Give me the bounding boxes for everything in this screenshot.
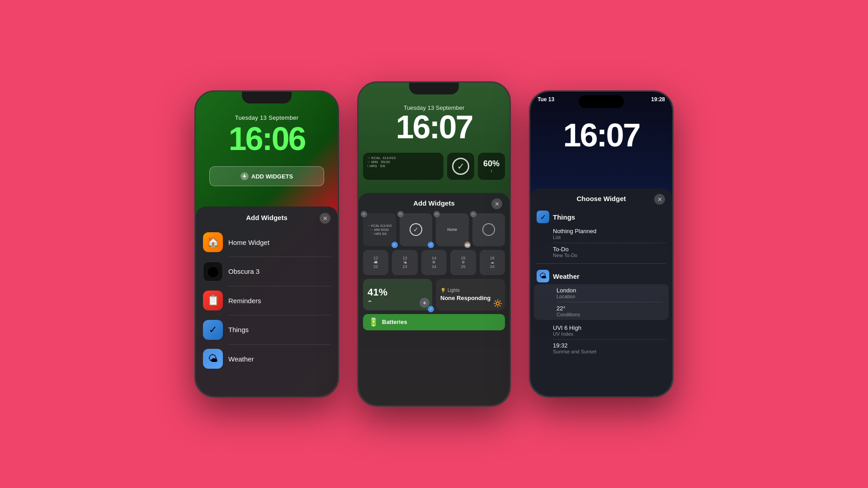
things-todo[interactable]: To-Do New To-Do	[530, 243, 672, 261]
list-item[interactable]: 📋 Reminders	[196, 286, 338, 315]
app-name-reminders: Reminders	[228, 297, 261, 305]
nothing-planned-label: Nothing Planned	[553, 228, 666, 235]
check-badge-3: ✓	[428, 306, 434, 312]
lights-label: 💡 Lights	[440, 288, 500, 293]
check-badge: ✓	[392, 242, 398, 248]
percent-grid-widget[interactable]: 41% ☁ + ✓	[363, 279, 432, 310]
phone2-time: 16:07	[359, 111, 509, 143]
list-item[interactable]: 🌤 Weather	[196, 344, 338, 373]
plus-add-icon[interactable]: +	[420, 298, 429, 308]
reminders-icon: 📋	[203, 291, 223, 310]
minus-badge-3: −	[434, 211, 440, 217]
things-section-header: ✓ Things	[530, 207, 672, 225]
choose-panel-header: Choose Widget ✕	[530, 195, 672, 202]
grid-circle-widget[interactable]: − None 📅	[436, 213, 469, 246]
percent-widget: 60% ↑	[478, 153, 505, 180]
status-time: 19:28	[651, 96, 665, 103]
weather-selected-group: London Location 22° Conditions	[534, 284, 669, 320]
todo-label: To-Do	[553, 246, 666, 253]
sunrise-desc: Sunrise and Sunset	[553, 349, 666, 354]
add-widgets-button[interactable]: + ADD WIDGETS	[209, 166, 324, 186]
phone2-widgets-row: → KCAL 411/410 → MIN 50/30 ↑ HRS 5/6 ✓ 6…	[363, 153, 505, 180]
arrow-icon: ↑	[491, 169, 493, 174]
batteries-bar[interactable]: 🔋 Batteries	[363, 314, 505, 330]
uvi-label: UVI 6 High	[553, 324, 666, 331]
things-icon: ✓	[203, 320, 223, 340]
close-button-3[interactable]: ✕	[654, 194, 665, 205]
app-name-things: Things	[228, 326, 249, 333]
add-widgets-panel-2: Add Widgets ✕ − → KCAL 411/410→ MIN 50/3…	[359, 193, 509, 405]
phone3-time: 16:07	[530, 119, 672, 151]
london-desc: Location	[557, 294, 662, 299]
section-divider	[537, 263, 666, 264]
panel-title-2: Add Widgets	[413, 199, 455, 207]
home-widget-icon: 🏠	[203, 232, 223, 252]
add-widgets-panel: Add Widgets ✕ 🏠 Home Widget ⬤ Obscura 3 …	[196, 206, 338, 396]
app-name-weather: Weather	[228, 355, 254, 363]
check-widget: ✓	[447, 153, 474, 180]
choose-panel-title: Choose Widget	[576, 195, 626, 202]
grid-cal-25[interactable]: 15 ⚙ 25	[450, 250, 476, 275]
obscura-icon: ⬤	[203, 262, 223, 282]
minus-badge: −	[361, 211, 367, 217]
check-badge-2: ✓	[428, 242, 434, 248]
panel-header-2: Add Widgets ✕	[359, 199, 509, 207]
lights-status: None Responding	[440, 295, 500, 301]
choose-widget-panel: Choose Widget ✕ ✓ Things Nothing Planned…	[530, 188, 672, 396]
things-section-icon: ✓	[537, 211, 549, 223]
minus-badge-4: −	[470, 211, 476, 217]
close-button[interactable]: ✕	[320, 213, 330, 224]
notch-1	[242, 92, 292, 103]
weather-conditions[interactable]: 22° Conditions	[534, 302, 669, 320]
grid-cal-26[interactable]: 16 ☁ 24	[480, 250, 505, 275]
conditions-label: 22°	[557, 305, 662, 312]
weather-app-icon: 🌤	[203, 349, 223, 369]
minus-badge-2: −	[397, 211, 404, 217]
batteries-label: Batteries	[382, 319, 407, 325]
status-date: Tue 13	[538, 96, 554, 103]
things-section-label: Things	[553, 213, 575, 221]
weather-section-icon: 🌤	[537, 270, 549, 282]
grid-check-widget[interactable]: − ✓ ✓	[400, 213, 433, 246]
app-name-obscura: Obscura 3	[228, 267, 259, 275]
phone-3: Tue 13 ⛅ 19:28 16:07 Choose Widget ✕ ✓ T…	[529, 90, 674, 398]
phone1-date: Tuesday 13 September	[196, 114, 338, 121]
dynamic-island	[579, 95, 624, 108]
plus-icon: +	[241, 172, 249, 180]
notch-2	[409, 83, 459, 94]
nothing-planned-desc: List	[553, 235, 666, 240]
weather-section-header: 🌤 Weather	[530, 266, 672, 284]
grid-cal-23[interactable]: 13 🌤 23	[392, 250, 417, 275]
grid-gauge-widget[interactable]: −	[472, 213, 505, 246]
grid-cal-24[interactable]: 14 ⚙ 24	[421, 250, 447, 275]
activity-widget: → KCAL 411/410 → MIN 50/30 ↑ HRS 5/6	[363, 153, 443, 180]
weather-london[interactable]: London Location	[534, 284, 669, 302]
panel-header: Add Widgets ✕	[196, 214, 338, 221]
close-button-2[interactable]: ✕	[491, 198, 502, 209]
widget-grid-1: − → KCAL 411/410→ MIN 50/30↑ HRS 5/6 ✓ −…	[359, 213, 509, 246]
london-label: London	[557, 287, 662, 294]
todo-desc: New To-Do	[553, 253, 666, 258]
widget-grid-2: 12 ☁️ 22 13 🌤 23 14 ⚙ 24 15 ⚙ 25	[359, 250, 509, 275]
list-item[interactable]: ✓ Things	[196, 315, 338, 344]
batteries-icon: 🔋	[368, 317, 378, 327]
percent2-value: 41%	[368, 286, 428, 298]
weather-uvi[interactable]: UVI 6 High UV Index	[530, 322, 672, 339]
weather-section-label: Weather	[553, 272, 580, 280]
percent-value: 60%	[483, 159, 500, 169]
grid-cal-22[interactable]: 12 ☁️ 22	[363, 250, 388, 275]
weather-sunrise[interactable]: 19:32 Sunrise and Sunset	[530, 339, 672, 357]
light-icon: 🔆	[493, 299, 502, 308]
conditions-desc: Conditions	[557, 312, 662, 317]
lights-widget[interactable]: 💡 Lights None Responding 🔆	[436, 279, 505, 310]
checkmark-icon: ✓	[452, 158, 469, 175]
grid-activity-widget[interactable]: − → KCAL 411/410→ MIN 50/30↑ HRS 5/6 ✓	[363, 213, 396, 246]
phone-1: Tuesday 13 September 16:06 + ADD WIDGETS…	[194, 90, 339, 398]
list-item[interactable]: 🏠 Home Widget	[196, 228, 338, 257]
list-item[interactable]: ⬤ Obscura 3	[196, 257, 338, 286]
things-nothing-planned[interactable]: Nothing Planned List	[530, 225, 672, 243]
uvi-desc: UV Index	[553, 331, 666, 337]
sunrise-label: 19:32	[553, 342, 666, 349]
app-name-home-widget: Home Widget	[228, 239, 269, 246]
add-widgets-label: ADD WIDGETS	[251, 173, 293, 180]
